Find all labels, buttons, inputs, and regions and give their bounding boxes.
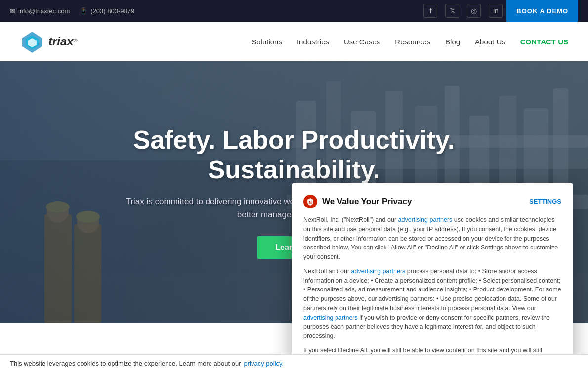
logo-reg: ® (74, 38, 78, 43)
phone-text: (203) 803-9879 (90, 7, 134, 15)
nav-links: Solutions Industries Use Cases Resources… (252, 38, 568, 46)
modal-header-left: N We Value Your Privacy (303, 195, 412, 208)
advertising-partners-link-1[interactable]: advertising partners (398, 216, 453, 223)
modal-title: We Value Your Privacy (322, 195, 412, 208)
nav-use-cases[interactable]: Use Cases (344, 38, 380, 46)
nav-resources[interactable]: Resources (395, 38, 430, 46)
cookie-bar: This website leverages cookies to optimi… (0, 354, 588, 372)
nav-solutions[interactable]: Solutions (252, 38, 282, 46)
nav-blog[interactable]: Blog (445, 38, 460, 46)
logo-wordmark: triax® (48, 35, 78, 48)
nav-industries[interactable]: Industries (297, 38, 329, 46)
hero-title: Safety. Labor Productivity. Sustainabili… (121, 125, 467, 185)
email-contact[interactable]: ✉ info@triaxtec.com (10, 7, 70, 15)
phone-icon: 📱 (80, 7, 87, 15)
modal-brand-icon: N (303, 195, 317, 208)
nav-about[interactable]: About Us (475, 38, 505, 46)
email-icon: ✉ (10, 7, 15, 15)
twitter-icon[interactable]: 𝕏 (445, 4, 459, 18)
svg-text:N: N (309, 200, 312, 205)
top-bar-contacts: ✉ info@triaxtec.com 📱 (203) 803-9879 (10, 7, 134, 15)
nav-contact[interactable]: CONTACT US (520, 38, 568, 46)
email-text: info@triaxtec.com (18, 7, 70, 15)
top-bar: ✉ info@triaxtec.com 📱 (203) 803-9879 f 𝕏… (0, 0, 588, 22)
linkedin-icon[interactable]: in (489, 4, 503, 18)
advertising-partners-link-2[interactable]: advertising partners (351, 268, 406, 275)
logo-icon (20, 29, 44, 54)
logo[interactable]: triax® (20, 29, 78, 54)
phone-contact[interactable]: 📱 (203) 803-9879 (80, 7, 134, 15)
privacy-modal: N We Value Your Privacy SETTINGS NextRol… (292, 183, 573, 372)
modal-body-p2: NextRoll and our advertising partners pr… (303, 267, 561, 341)
privacy-policy-link[interactable]: privacy policy. (244, 360, 284, 367)
modal-settings-link[interactable]: SETTINGS (529, 197, 561, 207)
modal-header: N We Value Your Privacy SETTINGS (303, 195, 561, 208)
book-demo-button[interactable]: BOOK A DEMO (506, 0, 578, 22)
cookie-bar-text: This website leverages cookies to optimi… (10, 360, 241, 367)
facebook-icon[interactable]: f (423, 4, 437, 18)
modal-body: NextRoll, Inc. ("NextRoll") and our adve… (303, 215, 561, 372)
social-links: f 𝕏 ◎ in (423, 4, 503, 18)
main-navigation: triax® Solutions Industries Use Cases Re… (0, 22, 588, 61)
instagram-icon[interactable]: ◎ (467, 4, 481, 18)
advertising-partners-link-3[interactable]: advertising partners (303, 314, 358, 321)
modal-body-p1: NextRoll, Inc. ("NextRoll") and our adve… (303, 215, 561, 262)
logo-text: triax (48, 35, 74, 48)
